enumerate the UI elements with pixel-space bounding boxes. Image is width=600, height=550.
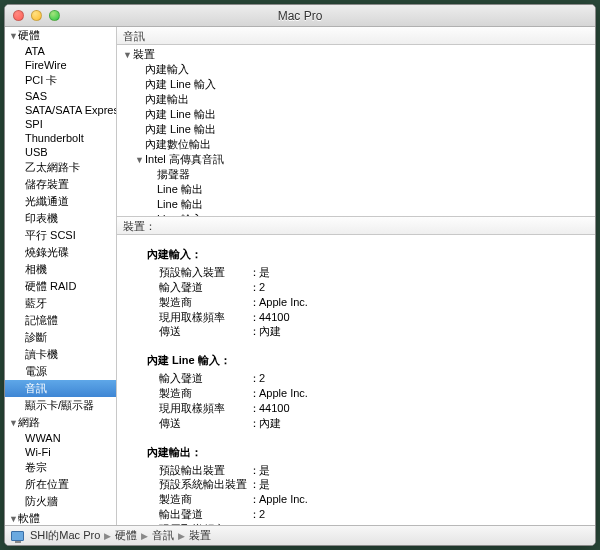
zoom-icon[interactable] — [49, 10, 60, 21]
sidebar-item[interactable]: 音訊 — [5, 380, 116, 397]
detail-value: 2 — [259, 371, 265, 386]
sidebar-item[interactable]: 防火牆 — [5, 493, 116, 510]
sidebar-item[interactable]: 電源 — [5, 363, 116, 380]
sidebar-item[interactable]: Wi-Fi — [5, 445, 116, 459]
detail-key: 預設系統輸出裝置 — [159, 477, 249, 492]
sidebar-group[interactable]: ▼硬體 — [5, 27, 116, 44]
detail-row: 現用取樣頻率：44100 — [159, 401, 595, 416]
sidebar-item[interactable]: 光纖通道 — [5, 193, 116, 210]
tree-label: 內建 Line 輸入 — [145, 77, 216, 92]
detail-value: 是 — [259, 463, 270, 478]
breadcrumb[interactable]: 裝置 — [189, 528, 211, 543]
sidebar-group[interactable]: ▼網路 — [5, 414, 116, 431]
detail-row: 傳送：內建 — [159, 416, 595, 431]
tree-label: Line 輸出 — [157, 182, 203, 197]
detail-row: 現用取樣頻率：44100 — [159, 310, 595, 325]
sidebar[interactable]: ▼硬體ATAFireWirePCI 卡SASSATA/SATA ExpressS… — [5, 27, 117, 525]
tree-row[interactable]: Line 輸出 — [117, 197, 595, 212]
tree-label: 裝置 — [133, 47, 155, 62]
detail-value: Apple Inc. — [259, 386, 308, 401]
detail-row: 預設輸入裝置：是 — [159, 265, 595, 280]
sidebar-item[interactable]: Thunderbolt — [5, 131, 116, 145]
sidebar-item[interactable]: 乙太網路卡 — [5, 159, 116, 176]
sidebar-item[interactable]: 硬體 RAID — [5, 278, 116, 295]
sidebar-item[interactable]: FireWire — [5, 58, 116, 72]
statusbar: SHI的Mac Pro▶硬體▶音訊▶裝置 — [5, 525, 595, 545]
sidebar-item[interactable]: SAS — [5, 89, 116, 103]
sidebar-item[interactable]: WWAN — [5, 431, 116, 445]
detail-pane[interactable]: 內建輸入：預設輸入裝置：是輸入聲道：2製造商：Apple Inc.現用取樣頻率：… — [117, 235, 595, 525]
sidebar-item[interactable]: 診斷 — [5, 329, 116, 346]
tree-label: 內建輸出 — [145, 92, 189, 107]
tree-row[interactable]: 內建 Line 輸入 — [117, 77, 595, 92]
sidebar-item[interactable]: 平行 SCSI — [5, 227, 116, 244]
sidebar-item[interactable]: 燒錄光碟 — [5, 244, 116, 261]
detail-value: 2 — [259, 507, 265, 522]
system-profiler-window: Mac Pro ▼硬體ATAFireWirePCI 卡SASSATA/SATA … — [4, 4, 596, 546]
detail-value: 是 — [259, 265, 270, 280]
detail-value: 內建 — [259, 324, 281, 339]
breadcrumb[interactable]: 硬體 — [115, 528, 137, 543]
sidebar-group[interactable]: ▼軟體 — [5, 510, 116, 525]
breadcrumb[interactable]: 音訊 — [152, 528, 174, 543]
close-icon[interactable] — [13, 10, 24, 21]
tree-row[interactable]: 內建輸入 — [117, 62, 595, 77]
sidebar-item[interactable]: 藍牙 — [5, 295, 116, 312]
sidebar-item[interactable]: USB — [5, 145, 116, 159]
detail-section-title: 內建 Line 輸入： — [147, 353, 595, 368]
tree-row[interactable]: 內建數位輸出 — [117, 137, 595, 152]
window-body: ▼硬體ATAFireWirePCI 卡SASSATA/SATA ExpressS… — [5, 27, 595, 525]
detail-key: 現用取樣頻率 — [159, 310, 249, 325]
tree-row[interactable]: 內建 Line 輸出 — [117, 122, 595, 137]
tree-label: 內建輸入 — [145, 62, 189, 77]
sidebar-item[interactable]: 儲存裝置 — [5, 176, 116, 193]
sidebar-item[interactable]: SPI — [5, 117, 116, 131]
traffic-lights — [5, 10, 60, 21]
sidebar-item[interactable]: 卷宗 — [5, 459, 116, 476]
tree-row[interactable]: 揚聲器 — [117, 167, 595, 182]
detail-key: 現用取樣頻率 — [159, 401, 249, 416]
sidebar-item[interactable]: 顯示卡/顯示器 — [5, 397, 116, 414]
detail-key: 輸入聲道 — [159, 280, 249, 295]
sidebar-item[interactable]: 記憶體 — [5, 312, 116, 329]
disclosure-triangle-icon: ▼ — [123, 50, 133, 60]
sidebar-item[interactable]: 相機 — [5, 261, 116, 278]
tree-row[interactable]: Line 輸出 — [117, 182, 595, 197]
tree-row[interactable]: ▼Intel 高傳真音訊 — [117, 152, 595, 167]
chevron-right-icon: ▶ — [178, 531, 185, 541]
window-title: Mac Pro — [5, 9, 595, 23]
sidebar-item[interactable]: SATA/SATA Express — [5, 103, 116, 117]
detail-row: 預設輸出裝置：是 — [159, 463, 595, 478]
detail-row: 預設系統輸出裝置：是 — [159, 477, 595, 492]
detail-key: 傳送 — [159, 324, 249, 339]
detail-key: 製造商 — [159, 386, 249, 401]
minimize-icon[interactable] — [31, 10, 42, 21]
sidebar-item[interactable]: ATA — [5, 44, 116, 58]
detail-row: 製造商：Apple Inc. — [159, 492, 595, 507]
disclosure-triangle-icon: ▼ — [135, 155, 145, 165]
breadcrumb[interactable]: SHI的Mac Pro — [30, 528, 100, 543]
disclosure-triangle-icon: ▼ — [9, 418, 18, 428]
detail-section-title: 內建輸入： — [147, 247, 595, 262]
detail-value: 是 — [259, 477, 270, 492]
sidebar-item[interactable]: 讀卡機 — [5, 346, 116, 363]
tree-label: 揚聲器 — [157, 167, 190, 182]
tree-row[interactable]: 內建輸出 — [117, 92, 595, 107]
detail-value: 2 — [259, 280, 265, 295]
tree-row[interactable]: 內建 Line 輸出 — [117, 107, 595, 122]
chevron-right-icon: ▶ — [104, 531, 111, 541]
disclosure-triangle-icon: ▼ — [9, 31, 18, 41]
sidebar-item[interactable]: PCI 卡 — [5, 72, 116, 89]
sidebar-item[interactable]: 印表機 — [5, 210, 116, 227]
device-tree[interactable]: ▼裝置內建輸入內建 Line 輸入內建輸出內建 Line 輸出內建 Line 輸… — [117, 45, 595, 217]
detail-key: 輸入聲道 — [159, 371, 249, 386]
tree-label: 內建 Line 輸出 — [145, 122, 216, 137]
detail-row: 輸出聲道：2 — [159, 507, 595, 522]
detail-key: 預設輸入裝置 — [159, 265, 249, 280]
tree-label: 內建 Line 輸出 — [145, 107, 216, 122]
tree-row[interactable]: ▼裝置 — [117, 47, 595, 62]
sidebar-item[interactable]: 所在位置 — [5, 476, 116, 493]
detail-value: 內建 — [259, 416, 281, 431]
content-area: 音訊 ▼裝置內建輸入內建 Line 輸入內建輸出內建 Line 輸出內建 Lin… — [117, 27, 595, 525]
detail-row: 傳送：內建 — [159, 324, 595, 339]
